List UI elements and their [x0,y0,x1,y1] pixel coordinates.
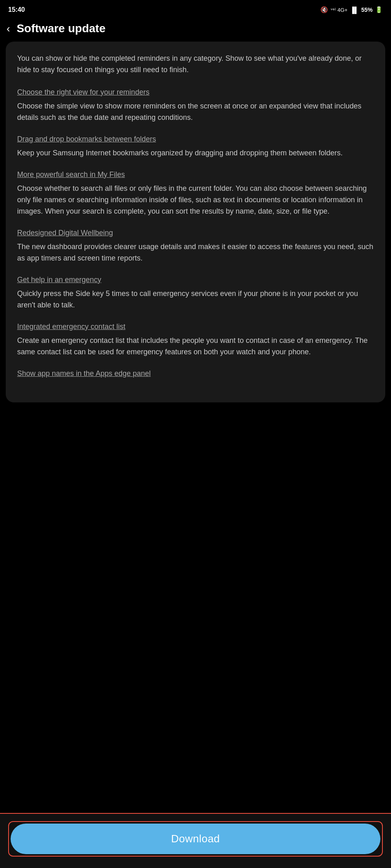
feature-section-2: Drag and drop bookmarks between folders … [17,134,374,159]
feature-title-7: Show app names in the Apps edge panel [17,369,374,379]
download-button-container: Download [8,821,383,857]
bottom-bar: Download [0,813,391,868]
feature-section-4: Redesigned Digital Wellbeing The new das… [17,228,374,264]
feature-desc-4: The new dashboard provides clearer usage… [17,241,374,264]
feature-desc-5: Quickly press the Side key 5 times to ca… [17,288,374,311]
feature-title-6: Integrated emergency contact list [17,322,374,332]
battery-icon: 🔋 [375,6,383,13]
feature-desc-1: Choose the simple view to show more remi… [17,101,374,124]
feature-title-1: Choose the right view for your reminders [17,87,374,97]
feature-desc-6: Create an emergency contact list that in… [17,335,374,358]
battery-label: 55% [361,7,373,13]
feature-desc-2: Keep your Samsung Internet bookmarks org… [17,148,374,159]
feature-section-1: Choose the right view for your reminders… [17,87,374,124]
mute-icon: 🔇 [320,6,328,13]
feature-section-3: More powerful search in My Files Choose … [17,170,374,217]
status-time: 15:40 [8,6,25,13]
feature-section-7: Show app names in the Apps edge panel [17,369,374,379]
feature-section-6: Integrated emergency contact list Create… [17,322,374,358]
page-title: Software update [17,22,106,35]
back-button[interactable]: ‹ [7,23,10,34]
feature-section-5: Get help in an emergency Quickly press t… [17,275,374,311]
feature-title-4: Redesigned Digital Wellbeing [17,228,374,238]
content-card: You can show or hide the completed remin… [6,42,385,402]
status-icons: 🔇 ᵛᵒ⁾ 4G+ ▐▌ 55% 🔋 [320,6,383,13]
feature-title-5: Get help in an emergency [17,275,374,285]
feature-desc-3: Choose whether to search all files or on… [17,183,374,217]
feature-title-2: Drag and drop bookmarks between folders [17,134,374,144]
status-bar: 15:40 🔇 ᵛᵒ⁾ 4G+ ▐▌ 55% 🔋 [0,0,391,18]
signal-icon: ▐▌ [350,7,359,13]
network-label: ᵛᵒ⁾ 4G+ [331,7,348,13]
download-button[interactable]: Download [11,824,380,854]
header: ‹ Software update [0,18,391,42]
intro-text: You can show or hide the completed remin… [17,53,374,76]
feature-title-3: More powerful search in My Files [17,170,374,180]
